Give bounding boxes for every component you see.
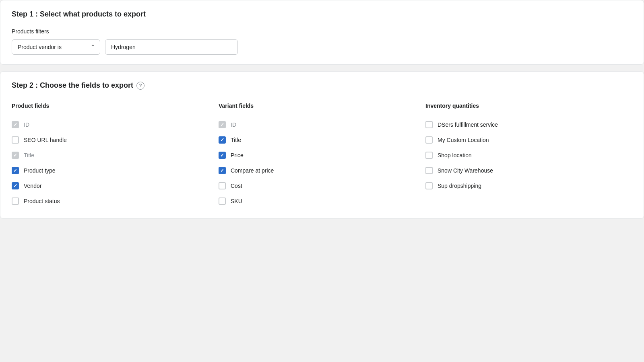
inventory-quantities-column: Inventory quantities DSers fulfillment s… (425, 103, 632, 209)
list-item: Title (12, 148, 202, 163)
help-icon[interactable]: ? (136, 82, 144, 90)
step2-title-row: Step 2 : Choose the fields to export ? (12, 81, 632, 90)
seo-url-checkbox[interactable] (12, 136, 19, 144)
filters-label: Products filters (12, 28, 632, 35)
variant-title-label: Title (231, 137, 241, 143)
vendor-label: Vendor (24, 183, 41, 189)
variant-id-label: ID (231, 121, 236, 128)
step2-card: Step 2 : Choose the fields to export ? P… (0, 71, 644, 219)
cost-label: Cost (231, 183, 242, 189)
product-type-label: Product type (24, 167, 56, 174)
list-item: SEO URL handle (12, 132, 202, 148)
product-status-checkbox[interactable] (12, 197, 19, 205)
product-fields-header: Product fields (12, 103, 202, 109)
dsers-label: DSers fulfillment service (438, 121, 498, 128)
step1-card: Step 1 : Select what products to export … (0, 0, 644, 65)
list-item: SKU (219, 193, 409, 209)
step2-title-text: Step 2 : Choose the fields to export (12, 81, 133, 90)
product-status-label: Product status (24, 198, 60, 204)
custom-location-checkbox[interactable] (425, 136, 433, 144)
filter-select-wrapper: Product vendor is Product type is Produc… (12, 39, 100, 55)
shop-location-label: Shop location (438, 152, 472, 158)
price-label: Price (231, 152, 244, 158)
compare-at-price-checkbox[interactable] (219, 167, 226, 174)
list-item: Vendor (12, 178, 202, 193)
filter-row: Product vendor is Product type is Produc… (12, 39, 632, 55)
snow-city-checkbox[interactable] (425, 167, 433, 174)
sku-label: SKU (231, 198, 242, 204)
shop-location-checkbox[interactable] (425, 152, 433, 159)
list-item: Compare at price (219, 163, 409, 178)
list-item: Title (219, 132, 409, 148)
filter-select[interactable]: Product vendor is Product type is Produc… (12, 39, 100, 55)
fields-grid: Product fields ID SEO URL handle Title (12, 103, 632, 209)
list-item: Shop location (425, 148, 616, 163)
seo-url-label: SEO URL handle (24, 137, 67, 143)
list-item: Sup dropshipping (425, 178, 616, 193)
sup-dropshipping-label: Sup dropshipping (438, 183, 481, 189)
inventory-quantities-header: Inventory quantities (425, 103, 616, 109)
list-item: DSers fulfillment service (425, 117, 616, 132)
list-item: ID (12, 117, 202, 132)
variant-fields-header: Variant fields (219, 103, 409, 109)
product-id-label: ID (24, 121, 29, 128)
filter-value-input[interactable] (105, 39, 238, 55)
list-item: Price (219, 148, 409, 163)
variant-fields-column: Variant fields ID Title Price (219, 103, 425, 209)
list-item: Cost (219, 178, 409, 193)
dsers-checkbox[interactable] (425, 121, 433, 128)
list-item: Snow City Warehouse (425, 163, 616, 178)
list-item: Product type (12, 163, 202, 178)
variant-id-checkbox (219, 121, 226, 128)
product-title-checkbox (12, 152, 19, 159)
list-item: ID (219, 117, 409, 132)
sku-checkbox[interactable] (219, 197, 226, 205)
price-checkbox[interactable] (219, 152, 226, 159)
product-type-checkbox[interactable] (12, 167, 19, 174)
compare-at-price-label: Compare at price (231, 167, 274, 174)
sup-dropshipping-checkbox[interactable] (425, 182, 433, 189)
step1-title: Step 1 : Select what products to export (12, 10, 632, 19)
product-fields-column: Product fields ID SEO URL handle Title (12, 103, 219, 209)
list-item: My Custom Location (425, 132, 616, 148)
product-title-label: Title (24, 152, 34, 158)
snow-city-label: Snow City Warehouse (438, 167, 493, 174)
cost-checkbox[interactable] (219, 182, 226, 189)
custom-location-label: My Custom Location (438, 137, 489, 143)
vendor-checkbox[interactable] (12, 182, 19, 189)
list-item: Product status (12, 193, 202, 209)
product-id-checkbox (12, 121, 19, 128)
variant-title-checkbox[interactable] (219, 136, 226, 144)
